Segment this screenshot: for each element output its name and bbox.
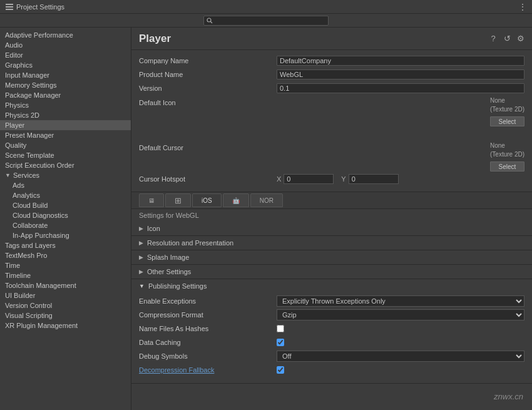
sidebar-item-ads[interactable]: Ads <box>0 180 131 190</box>
sidebar-item-textmesh-pro[interactable]: TextMesh Pro <box>0 250 131 260</box>
company-name-row: Company Name <box>139 55 524 66</box>
version-label: Version <box>139 85 277 92</box>
sidebar-item-timeline[interactable]: Timeline <box>0 270 131 280</box>
sidebar-item-player[interactable]: Player <box>0 120 131 130</box>
sidebar-item-graphics[interactable]: Graphics <box>0 60 131 70</box>
sidebar-item-physics-2d[interactable]: Physics 2D <box>0 110 131 120</box>
tab-ios[interactable]: iOS <box>192 193 222 207</box>
publishing-section-label: Publishing Settings <box>148 282 207 290</box>
sidebar-item-label: XR Plugin Management <box>5 322 78 329</box>
decompression-checkbox[interactable] <box>277 366 284 374</box>
default-cursor-info: None(Texture 2D) Select <box>490 141 524 172</box>
content-header: Player ? ↺ ⚙ <box>131 28 532 50</box>
sidebar-item-tags-and-layers[interactable]: Tags and Layers <box>0 240 131 250</box>
version-row: Version <box>139 83 524 94</box>
default-cursor-right: None(Texture 2D) Select <box>277 141 524 172</box>
publishing-arrow: ▼ <box>139 283 145 289</box>
help-icon[interactable]: ? <box>488 34 498 44</box>
tab-nor[interactable]: NOR <box>250 193 283 207</box>
tab-android[interactable]: 🤖 <box>223 193 249 207</box>
sidebar-item-label: Input Manager <box>5 71 49 79</box>
watermark: znwx.cn <box>494 392 523 401</box>
nor-label: NOR <box>260 197 274 204</box>
svg-rect-1 <box>6 6 13 8</box>
compression-format-control: Gzip <box>277 309 524 320</box>
sidebar-item-toolchain-management[interactable]: Toolchain Management <box>0 280 131 290</box>
default-cursor-select-btn[interactable]: Select <box>490 161 524 172</box>
sidebar-item-script-execution-order[interactable]: Script Execution Order <box>0 160 131 170</box>
settings-gear-icon[interactable]: ⚙ <box>516 34 526 44</box>
sidebar: Adaptive PerformanceAudioEditorGraphicsI… <box>0 28 131 410</box>
debug-symbols-select[interactable]: Off <box>277 351 524 362</box>
search-input[interactable] <box>215 17 325 24</box>
hotspot-y-group: Y <box>341 174 398 184</box>
resolution-section-header[interactable]: ▶ Resolution and Presentation <box>131 236 532 250</box>
sidebar-item-scene-template[interactable]: Scene Template <box>0 150 131 160</box>
cursor-hotspot-row: Cursor Hotspot X Y <box>139 174 524 184</box>
sidebar-item-ui-builder[interactable]: UI Builder <box>0 290 131 300</box>
main-layout: Adaptive PerformanceAudioEditorGraphicsI… <box>0 28 532 410</box>
sidebar-item-package-manager[interactable]: Package Manager <box>0 90 131 100</box>
publishing-section-header[interactable]: ▼ Publishing Settings <box>131 279 532 293</box>
sidebar-section-services[interactable]: ▼ Services <box>0 170 131 180</box>
content-area: Player ? ↺ ⚙ Company Name Product Name <box>131 28 532 410</box>
sidebar-item-editor[interactable]: Editor <box>0 50 131 60</box>
resolution-arrow: ▶ <box>139 240 143 246</box>
data-caching-label: Data Caching <box>139 339 277 346</box>
refresh-icon[interactable]: ↺ <box>502 34 512 44</box>
sidebar-item-audio[interactable]: Audio <box>0 40 131 50</box>
sidebar-item-input-manager[interactable]: Input Manager <box>0 70 131 80</box>
publishing-section: ▼ Publishing Settings Enable Exceptions … <box>131 279 532 384</box>
sidebar-item-version-control[interactable]: Version Control <box>0 300 131 310</box>
default-icon-right: None(Texture 2D) Select <box>277 96 524 139</box>
compression-format-select[interactable]: Gzip <box>277 309 524 320</box>
sidebar-item-adaptive-performance[interactable]: Adaptive Performance <box>0 30 131 40</box>
product-name-input[interactable] <box>277 69 524 79</box>
sidebar-item-memory-settings[interactable]: Memory Settings <box>0 80 131 90</box>
version-input[interactable] <box>277 83 524 93</box>
hotspot-x-label: X <box>277 175 281 183</box>
splash-section-label: Splash Image <box>147 254 189 261</box>
company-name-value <box>277 56 524 66</box>
sidebar-item-in-app-purchasing[interactable]: In-App Purchasing <box>0 230 131 240</box>
sidebar-item-preset-manager[interactable]: Preset Manager <box>0 130 131 140</box>
default-icon-select-btn[interactable]: Select <box>490 116 524 126</box>
hotspot-y-input[interactable] <box>349 174 399 184</box>
sidebar-item-quality[interactable]: Quality <box>0 140 131 150</box>
sidebar-item-label: Script Execution Order <box>5 161 74 169</box>
sidebar-item-label: Time <box>5 262 20 269</box>
decompression-label[interactable]: Decompression Fallback <box>139 366 277 374</box>
tab-windows[interactable]: ⊞ <box>165 193 191 207</box>
sidebar-item-label: Ads <box>13 182 24 189</box>
name-files-checkbox[interactable] <box>277 325 284 332</box>
other-settings-header[interactable]: ▶ Other Settings <box>131 265 532 279</box>
splash-section-header[interactable]: ▶ Splash Image <box>131 250 532 264</box>
sidebar-item-cloud-diagnostics[interactable]: Cloud Diagnostics <box>0 210 131 220</box>
header-icons: ? ↺ ⚙ <box>488 34 526 44</box>
sidebar-item-collaborate[interactable]: Collaborate <box>0 220 131 230</box>
hotspot-x-input[interactable] <box>284 174 334 184</box>
enable-exceptions-row: Enable Exceptions Explicitly Thrown Exce… <box>139 295 524 307</box>
sidebar-item-analytics[interactable]: Analytics <box>0 190 131 200</box>
data-caching-checkbox[interactable] <box>277 339 284 346</box>
sidebar-item-cloud-build[interactable]: Cloud Build <box>0 200 131 210</box>
sidebar-item-visual-scripting[interactable]: Visual Scripting <box>0 310 131 320</box>
icon-section-header[interactable]: ▶ Icon <box>131 222 532 235</box>
product-name-row: Product Name <box>139 69 524 80</box>
title-bar-text: Project Settings <box>16 3 64 11</box>
tab-standalone[interactable]: 🖥 <box>139 193 164 207</box>
debug-symbols-control: Off <box>277 351 524 362</box>
company-name-input[interactable] <box>277 56 524 66</box>
hotspot-x-group: X <box>277 174 334 184</box>
sidebar-item-label: Cloud Build <box>13 202 48 209</box>
sidebar-item-xr-plugin-management[interactable]: XR Plugin Management <box>0 320 131 331</box>
enable-exceptions-control: Explicitly Thrown Exceptions Only <box>277 295 524 307</box>
ios-label: iOS <box>202 197 212 204</box>
sidebar-item-time[interactable]: Time <box>0 260 131 270</box>
other-settings-arrow: ▶ <box>139 269 143 275</box>
title-bar-menu-icon[interactable]: ⋮ <box>518 2 527 12</box>
enable-exceptions-select[interactable]: Explicitly Thrown Exceptions Only <box>277 295 524 307</box>
name-files-checkbox-wrapper <box>277 325 524 332</box>
sidebar-item-label: Preset Manager <box>5 131 54 139</box>
sidebar-item-physics[interactable]: Physics <box>0 100 131 110</box>
